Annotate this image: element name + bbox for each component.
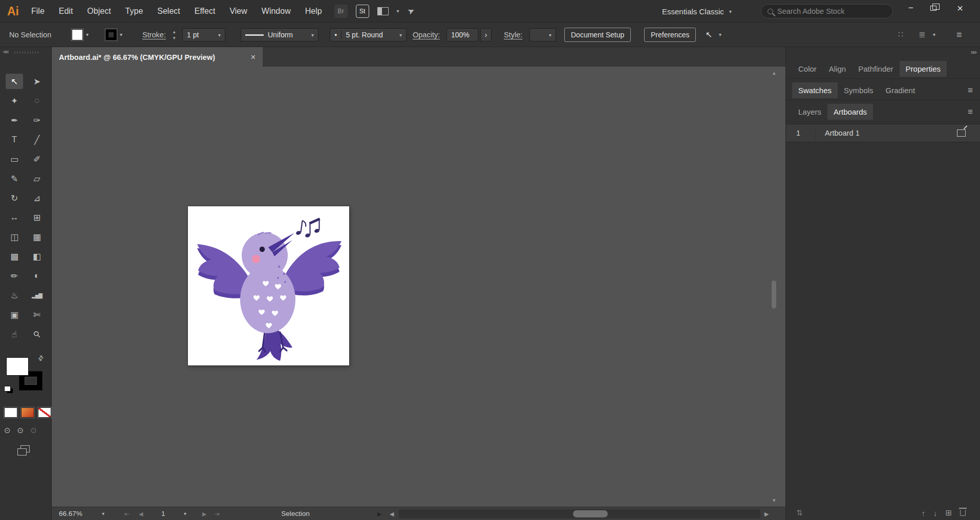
document-tab[interactable]: Artboard.ai* @ 66.67% (CMYK/GPU Preview)… bbox=[52, 47, 263, 67]
brush-definition-dropdown[interactable]: ● 5 pt. Round ▾ bbox=[330, 28, 407, 41]
tab-align[interactable]: Align bbox=[823, 61, 852, 77]
column-graph-tool[interactable]: ▂▅▇ bbox=[28, 288, 46, 303]
window-restore-button[interactable] bbox=[925, 1, 942, 15]
shaper-tool[interactable]: ✎ bbox=[6, 171, 23, 186]
preferences-button[interactable]: Preferences bbox=[644, 28, 696, 42]
pen-tool[interactable]: ✒ bbox=[6, 113, 23, 128]
horizontal-scrollbar-thumb[interactable] bbox=[573, 510, 608, 517]
window-minimize-button[interactable]: − bbox=[902, 1, 920, 15]
free-transform-tool[interactable]: ⊞ bbox=[28, 210, 46, 225]
delete-artboard-icon[interactable] bbox=[960, 510, 966, 516]
document-setup-button[interactable]: Document Setup bbox=[564, 28, 631, 42]
opacity-flyout-button[interactable]: › bbox=[480, 28, 492, 41]
view-options-icon[interactable]: ≣ bbox=[919, 23, 925, 47]
scrollbar-right-icon[interactable]: ▶ bbox=[764, 507, 769, 520]
rotate-tool[interactable]: ↻ bbox=[6, 190, 23, 206]
expand-panels-icon[interactable]: »» bbox=[971, 48, 976, 56]
menu-type[interactable]: Type bbox=[118, 0, 151, 23]
adobe-stock-icon[interactable]: St bbox=[356, 5, 369, 18]
new-artboard-icon[interactable]: ⊞ bbox=[945, 508, 952, 517]
default-fill-stroke-icon[interactable] bbox=[4, 386, 14, 395]
chevron-down-icon[interactable]: ▾ bbox=[86, 23, 89, 47]
menu-edit[interactable]: Edit bbox=[52, 0, 80, 23]
panel-menu-icon[interactable]: ≡ bbox=[968, 85, 973, 96]
grid-dots-icon[interactable]: ∷ bbox=[898, 23, 903, 47]
status-popup-icon[interactable]: ▶ bbox=[377, 507, 381, 520]
draw-inside-icon[interactable]: ⊙ bbox=[30, 426, 37, 435]
share-icon[interactable]: ➤ bbox=[406, 5, 416, 17]
tab-layers[interactable]: Layers bbox=[792, 104, 827, 120]
tab-symbols[interactable]: Symbols bbox=[838, 82, 880, 98]
mesh-tool[interactable]: ▩ bbox=[6, 249, 23, 264]
fill-color-indicator[interactable] bbox=[6, 357, 29, 376]
tab-swatches[interactable]: Swatches bbox=[792, 82, 838, 98]
workspace-switcher[interactable]: Essentials Classic ▾ bbox=[662, 0, 732, 23]
menu-select[interactable]: Select bbox=[150, 0, 187, 23]
chevron-down-icon[interactable]: ▾ bbox=[102, 507, 104, 520]
panel-menu-icon[interactable]: ≡ bbox=[956, 23, 962, 47]
width-tool[interactable]: ↔ bbox=[6, 210, 23, 225]
scrollbar-down-icon[interactable]: ▾ bbox=[773, 497, 776, 504]
rectangle-tool[interactable]: ▭ bbox=[6, 151, 23, 167]
stock-search-box[interactable] bbox=[761, 4, 893, 18]
artboard-name[interactable]: Artboard 1 bbox=[816, 129, 957, 137]
move-down-icon[interactable]: ↓ bbox=[933, 509, 938, 517]
perspective-grid-tool[interactable]: ▦ bbox=[28, 229, 46, 245]
scrollbar-up-icon[interactable]: ▴ bbox=[773, 70, 776, 76]
eyedropper-tool[interactable]: ✏ bbox=[6, 268, 23, 284]
style-panel-link[interactable]: Style: bbox=[504, 23, 522, 47]
tab-color[interactable]: Color bbox=[792, 61, 823, 77]
artboard-tool[interactable]: ▣ bbox=[6, 307, 23, 322]
paintbrush-tool[interactable]: ✐ bbox=[28, 151, 46, 167]
vertical-scrollbar-thumb[interactable] bbox=[772, 280, 776, 309]
chevron-down-icon[interactable]: ▾ bbox=[719, 23, 721, 47]
symbol-sprayer-tool[interactable]: ♨ bbox=[6, 288, 23, 303]
toolbar-grip[interactable] bbox=[14, 51, 39, 54]
horizontal-scrollbar-track[interactable] bbox=[399, 509, 760, 518]
canvas[interactable]: ▴ ▾ bbox=[52, 67, 785, 507]
draw-normal-icon[interactable]: ⊙ bbox=[4, 426, 11, 435]
previous-artboard-icon[interactable]: ◀ bbox=[139, 507, 143, 520]
blend-tool[interactable]: ◐ bbox=[28, 268, 46, 284]
magic-wand-tool[interactable]: ✦ bbox=[6, 93, 23, 109]
tab-close-icon[interactable]: × bbox=[251, 53, 255, 62]
zoom-level[interactable]: 66.67% bbox=[59, 507, 82, 520]
menu-help[interactable]: Help bbox=[298, 0, 329, 23]
next-artboard-icon[interactable]: ▶ bbox=[202, 507, 206, 520]
stroke-weight-stepper[interactable]: ▴▾ bbox=[173, 29, 176, 41]
scrollbar-left-icon[interactable]: ◀ bbox=[390, 507, 394, 520]
tab-properties[interactable]: Properties bbox=[900, 61, 947, 77]
artboard-list-item[interactable]: 1 Artboard 1 bbox=[786, 124, 980, 142]
menu-view[interactable]: View bbox=[222, 0, 254, 23]
chevron-down-icon[interactable]: ▾ bbox=[397, 8, 399, 14]
collapse-toolbar-icon[interactable]: «« bbox=[3, 48, 8, 55]
artboard[interactable] bbox=[188, 206, 349, 365]
artboard-icon[interactable] bbox=[957, 129, 966, 137]
move-up-icon[interactable]: ↑ bbox=[921, 509, 925, 517]
eraser-tool[interactable]: ▱ bbox=[28, 171, 46, 186]
scale-tool[interactable]: ⊿ bbox=[28, 190, 46, 206]
stroke-weight-dropdown[interactable]: 1 pt ▾ bbox=[182, 28, 225, 41]
first-artboard-icon[interactable]: ⇤ bbox=[124, 507, 129, 520]
last-artboard-icon[interactable]: ⇥ bbox=[215, 507, 219, 520]
direct-selection-tool[interactable]: ➤ bbox=[28, 74, 46, 89]
opacity-panel-link[interactable]: Opacity: bbox=[413, 23, 440, 47]
line-segment-tool[interactable]: ╱ bbox=[28, 132, 46, 147]
menu-file[interactable]: File bbox=[24, 0, 52, 23]
stepper-down-icon[interactable]: ▾ bbox=[173, 35, 176, 41]
screen-mode-icon[interactable] bbox=[17, 445, 30, 456]
color-button[interactable] bbox=[4, 407, 17, 418]
hand-tool[interactable]: ☝ bbox=[6, 327, 23, 342]
chevron-down-icon[interactable]: ▾ bbox=[120, 23, 122, 47]
gradient-button[interactable] bbox=[21, 407, 34, 418]
window-close-button[interactable]: × bbox=[951, 1, 969, 15]
curvature-tool[interactable]: ✑ bbox=[28, 113, 46, 128]
tool-cursor-icon[interactable]: ↖ bbox=[706, 23, 712, 47]
swap-fill-stroke-icon[interactable]: ⇄ bbox=[36, 353, 45, 362]
lasso-tool[interactable]: ◌ bbox=[28, 93, 46, 109]
menu-effect[interactable]: Effect bbox=[187, 0, 223, 23]
graphic-style-dropdown[interactable]: ▾ bbox=[529, 28, 556, 41]
slice-tool[interactable]: ✄ bbox=[28, 307, 46, 322]
chevron-down-icon[interactable]: ▾ bbox=[933, 23, 935, 47]
chevron-down-icon[interactable]: ▾ bbox=[184, 507, 186, 520]
